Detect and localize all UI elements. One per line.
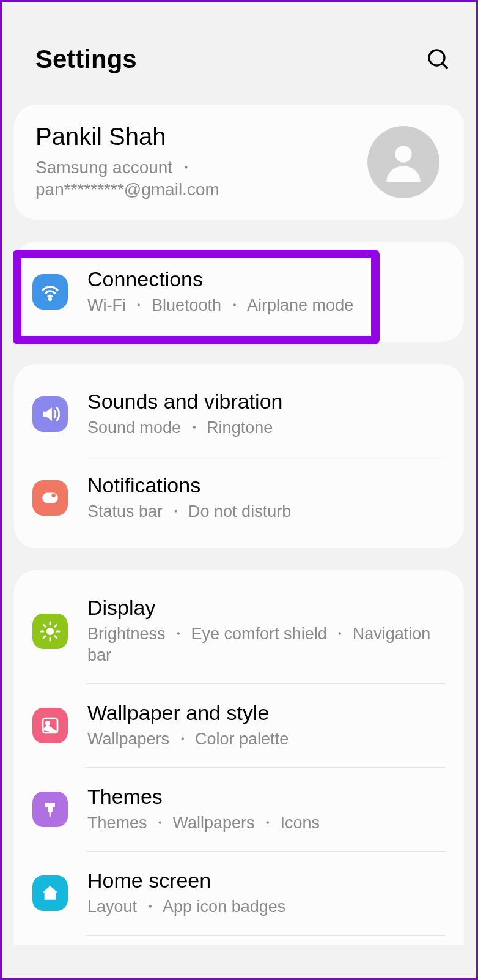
item-text: Sounds and vibration Sound mode ・ Ringto… bbox=[87, 390, 446, 439]
item-title: Wallpaper and style bbox=[87, 701, 446, 725]
svg-line-14 bbox=[55, 625, 57, 626]
item-text: Wallpaper and style Wallpapers ・ Color p… bbox=[87, 701, 446, 750]
svg-line-12 bbox=[55, 636, 57, 637]
connections-card: Connections Wi-Fi ・ Bluetooth ・ Airplane… bbox=[14, 242, 464, 342]
item-subtitle: Layout ・ App icon badges bbox=[87, 896, 446, 918]
item-subtitle: Wallpapers ・ Color palette bbox=[87, 729, 446, 750]
settings-item-home[interactable]: Home screen Layout ・ App icon badges bbox=[14, 852, 464, 935]
svg-rect-4 bbox=[42, 493, 58, 503]
svg-point-0 bbox=[429, 50, 444, 65]
item-subtitle: Status bar ・ Do not disturb bbox=[87, 501, 446, 522]
home-icon bbox=[32, 875, 68, 911]
svg-point-5 bbox=[51, 494, 56, 498]
settings-item-display[interactable]: Display Brightness ・ Eye comfort shield … bbox=[14, 579, 464, 683]
speaker-icon bbox=[32, 396, 68, 432]
item-text: Display Brightness ・ Eye comfort shield … bbox=[87, 596, 446, 666]
wallpaper-icon bbox=[32, 708, 68, 743]
account-card[interactable]: Pankil Shah Samsung account ・ pan*******… bbox=[14, 105, 464, 220]
svg-point-3 bbox=[50, 298, 51, 300]
item-title: Sounds and vibration bbox=[87, 390, 446, 414]
settings-item-connections[interactable]: Connections Wi-Fi ・ Bluetooth ・ Airplane… bbox=[14, 250, 464, 333]
item-title: Notifications bbox=[87, 473, 446, 497]
svg-line-11 bbox=[44, 625, 46, 626]
item-title: Display bbox=[87, 596, 446, 620]
brush-icon bbox=[32, 792, 68, 827]
avatar bbox=[367, 126, 439, 198]
item-title: Connections bbox=[87, 267, 446, 291]
search-icon bbox=[426, 47, 450, 72]
brightness-icon bbox=[32, 614, 68, 649]
item-text: Notifications Status bar ・ Do not distur… bbox=[87, 473, 446, 522]
item-subtitle: Wi-Fi ・ Bluetooth ・ Airplane mode bbox=[87, 295, 446, 316]
divider bbox=[86, 935, 446, 936]
item-text: Themes Themes ・ Wallpapers ・ Icons bbox=[87, 785, 446, 834]
settings-item-notifications[interactable]: Notifications Status bar ・ Do not distur… bbox=[14, 456, 464, 540]
display-group-card: Display Brightness ・ Eye comfort shield … bbox=[14, 570, 464, 944]
account-subtitle: Samsung account ・ pan*********@gmail.com bbox=[35, 157, 355, 201]
svg-point-2 bbox=[395, 146, 411, 162]
item-title: Themes bbox=[87, 785, 446, 809]
item-subtitle: Sound mode ・ Ringtone bbox=[87, 417, 446, 439]
account-info: Pankil Shah Samsung account ・ pan*******… bbox=[35, 123, 367, 201]
item-title: Home screen bbox=[87, 869, 446, 893]
settings-item-wallpaper[interactable]: Wallpaper and style Wallpapers ・ Color p… bbox=[14, 684, 464, 767]
sounds-notifications-card: Sounds and vibration Sound mode ・ Ringto… bbox=[14, 364, 464, 548]
svg-point-16 bbox=[46, 722, 49, 725]
settings-item-themes[interactable]: Themes Themes ・ Wallpapers ・ Icons bbox=[14, 768, 464, 851]
svg-point-6 bbox=[46, 628, 54, 635]
settings-item-sounds[interactable]: Sounds and vibration Sound mode ・ Ringto… bbox=[14, 373, 464, 456]
page-title: Settings bbox=[35, 45, 137, 74]
item-subtitle: Themes ・ Wallpapers ・ Icons bbox=[87, 812, 446, 834]
svg-line-13 bbox=[44, 636, 46, 637]
item-text: Home screen Layout ・ App icon badges bbox=[87, 869, 446, 918]
account-name: Pankil Shah bbox=[35, 123, 355, 150]
person-icon bbox=[380, 138, 427, 186]
svg-rect-17 bbox=[50, 812, 51, 817]
header: Settings bbox=[2, 2, 476, 105]
search-button[interactable] bbox=[425, 46, 452, 73]
wifi-icon bbox=[32, 274, 68, 310]
svg-line-1 bbox=[443, 64, 447, 69]
notification-icon bbox=[32, 480, 68, 516]
item-text: Connections Wi-Fi ・ Bluetooth ・ Airplane… bbox=[87, 267, 446, 316]
item-subtitle: Brightness ・ Eye comfort shield ・ Naviga… bbox=[87, 623, 446, 666]
